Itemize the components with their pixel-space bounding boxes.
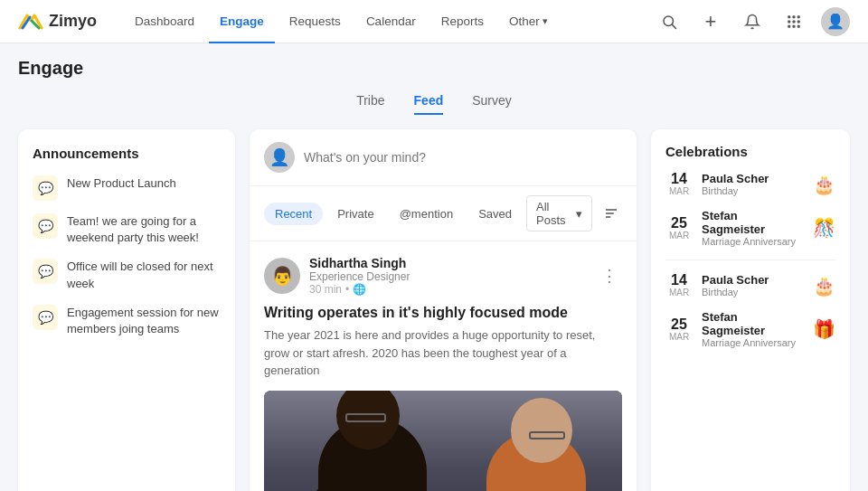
composer-avatar: 👤 <box>264 142 295 173</box>
post-image-inner <box>264 391 622 492</box>
filter-sort-button[interactable] <box>599 200 622 227</box>
cel-emoji-3: 🎁 <box>813 318 835 340</box>
celebration-item-2: 14 Mar Paula Scher Birthday 🎂 <box>665 273 835 297</box>
logo-text: Zimyo <box>49 12 97 31</box>
svg-rect-5 <box>788 20 790 23</box>
cel-date-1: 25 Mar <box>665 216 693 241</box>
nav-dashboard[interactable]: Dashboard <box>124 0 205 43</box>
nav-links: Dashboard Engage Requests Calendar Repor… <box>124 0 655 43</box>
post-author-details: Sidhartha Singh Experience Designer 30 m… <box>309 256 410 296</box>
filter-right: All Posts ▾ <box>526 195 622 231</box>
filter-private[interactable]: Private <box>326 203 384 225</box>
chevron-down-icon: ▾ <box>576 207 582 221</box>
post-more-button[interactable]: ⋮ <box>597 263 622 288</box>
announcement-text-2: Office will be closed for next week <box>67 259 221 291</box>
filter-saved[interactable]: Saved <box>467 203 523 225</box>
bell-icon <box>744 14 760 30</box>
cel-emoji-0: 🎂 <box>813 174 835 195</box>
cel-type-0: Birthday <box>702 185 804 196</box>
announcement-item-1: 💬 Team! we are going for a weekend party… <box>33 213 221 246</box>
all-posts-dropdown[interactable]: All Posts ▾ <box>526 195 592 231</box>
feed-card: 👤 Recent Private @mention Saved All Post… <box>250 129 637 491</box>
nav-engage[interactable]: Engage <box>209 0 275 43</box>
tab-feed[interactable]: Feed <box>414 93 444 115</box>
top-navigation: Zimyo Dashboard Engage Requests Calendar… <box>0 0 868 43</box>
user-avatar[interactable]: 👤 <box>821 7 850 36</box>
apps-icon <box>786 14 802 30</box>
nav-other[interactable]: Other ▾ <box>498 0 559 43</box>
notification-button[interactable] <box>738 7 767 36</box>
announcement-text-3: Engagement session for new members joing… <box>67 305 221 337</box>
announcement-icon-0: 💬 <box>33 175 58 201</box>
cel-date-2: 14 Mar <box>665 273 693 297</box>
post-meta: 30 min • 🌐 <box>309 283 410 296</box>
page-title: Engage <box>18 58 850 79</box>
svg-rect-4 <box>797 15 800 18</box>
filter-bar: Recent Private @mention Saved All Posts … <box>250 186 637 241</box>
apps-button[interactable] <box>779 7 808 36</box>
celebrations-title: Celebrations <box>665 144 835 159</box>
search-button[interactable] <box>655 7 684 36</box>
cel-type-1: Marriage Anniversary <box>702 236 804 247</box>
add-button[interactable]: + <box>696 7 725 36</box>
tab-survey[interactable]: Survey <box>472 93 512 115</box>
cel-name-2: Paula Scher <box>702 273 804 287</box>
cel-emoji-2: 🎂 <box>813 275 835 297</box>
svg-rect-2 <box>788 15 790 18</box>
cel-date-3: 25 Mar <box>665 317 693 342</box>
divider <box>665 260 835 260</box>
cel-date-0: 14 Mar <box>665 172 693 196</box>
celebration-item-3: 25 Mar Stefan Sagmeister Marriage Annive… <box>665 310 835 348</box>
nav-requests[interactable]: Requests <box>278 0 352 43</box>
post-author-info: 👨 Sidhartha Singh Experience Designer 30… <box>264 256 410 296</box>
cel-type-2: Birthday <box>702 287 804 297</box>
page-container: Engage Tribe Feed Survey Announcements 💬… <box>0 43 868 491</box>
zimyo-logo-icon <box>18 12 43 32</box>
announcement-item-2: 💬 Office will be closed for next week <box>33 259 221 291</box>
nav-calendar[interactable]: Calendar <box>355 0 427 43</box>
post-image <box>264 391 622 492</box>
post-item: 👨 Sidhartha Singh Experience Designer 30… <box>250 241 637 491</box>
svg-rect-8 <box>788 24 790 27</box>
svg-rect-10 <box>797 24 800 27</box>
post-author-name: Sidhartha Singh <box>309 256 410 270</box>
search-icon <box>661 14 677 30</box>
filter-recent[interactable]: Recent <box>264 203 323 225</box>
svg-rect-7 <box>797 20 800 23</box>
svg-rect-9 <box>793 24 796 27</box>
post-title: Writing operates in it's highly focused … <box>264 305 622 321</box>
post-excerpt: The year 2021 is here and provides a hug… <box>264 326 622 380</box>
nav-actions: + 👤 <box>655 7 850 36</box>
cel-name-3: Stefan Sagmeister <box>702 310 804 337</box>
globe-icon: 🌐 <box>353 283 366 296</box>
announcement-icon-1: 💬 <box>33 213 58 239</box>
announcements-card: Announcements 💬 New Product Launch 💬 Tea… <box>18 129 235 491</box>
filter-mention[interactable]: @mention <box>389 203 464 225</box>
tab-tribe[interactable]: Tribe <box>356 93 384 115</box>
svg-rect-3 <box>793 15 796 18</box>
nav-reports[interactable]: Reports <box>430 0 495 43</box>
announcement-item: 💬 New Product Launch <box>33 175 221 201</box>
celebration-item-0: 14 Mar Paula Scher Birthday 🎂 <box>665 172 835 196</box>
announcement-icon-3: 💬 <box>33 305 58 330</box>
announcement-text-1: Team! we are going for a weekend party t… <box>67 213 221 246</box>
svg-line-1 <box>672 24 675 28</box>
sort-icon <box>604 206 618 221</box>
cel-type-3: Marriage Anniversary <box>702 337 804 348</box>
logo[interactable]: Zimyo <box>18 12 97 32</box>
composer-input[interactable] <box>304 150 622 165</box>
announcement-icon-2: 💬 <box>33 259 58 284</box>
post-header: 👨 Sidhartha Singh Experience Designer 30… <box>264 256 622 296</box>
cel-emoji-1: 🎊 <box>813 217 835 239</box>
announcement-text-0: New Product Launch <box>67 175 176 192</box>
announcements-title: Announcements <box>33 146 221 161</box>
cel-name-1: Stefan Sagmeister <box>702 209 804 236</box>
chevron-down-icon: ▾ <box>542 15 548 27</box>
post-author-role: Experience Designer <box>309 270 410 283</box>
celebration-item-1: 25 Mar Stefan Sagmeister Marriage Annive… <box>665 209 835 247</box>
main-layout: Announcements 💬 New Product Launch 💬 Tea… <box>18 129 850 491</box>
post-avatar: 👨 <box>264 258 300 294</box>
cel-name-0: Paula Scher <box>702 172 804 185</box>
celebrations-card: Celebrations 14 Mar Paula Scher Birthday… <box>651 129 850 491</box>
announcement-item-3: 💬 Engagement session for new members joi… <box>33 305 221 337</box>
